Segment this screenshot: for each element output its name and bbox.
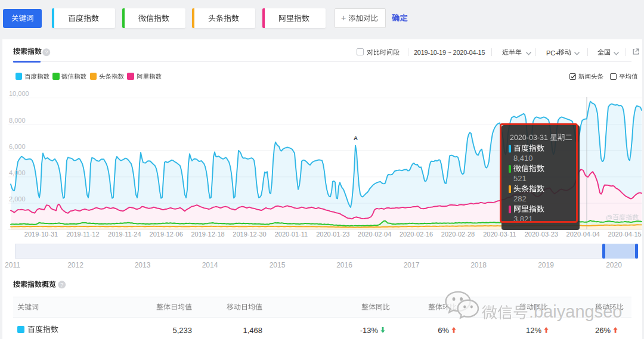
svg-text::baiyangseo: :baiyangseo [529,302,622,321]
svg-text:?: ? [60,281,63,288]
svg-text:?: ? [45,49,48,55]
